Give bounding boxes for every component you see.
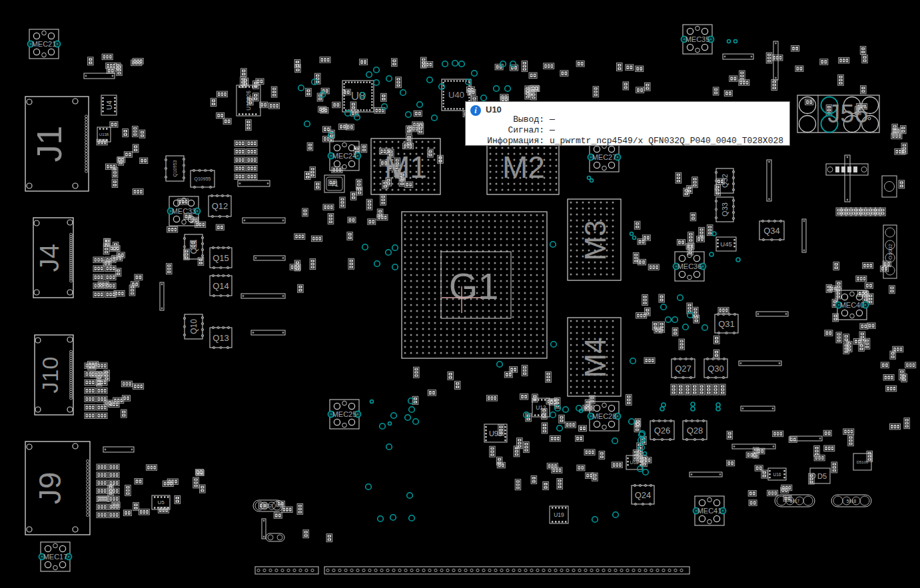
testpoint-highlight [390, 515, 396, 521]
bga-M3[interactable]: M3 [568, 199, 621, 280]
bar-component[interactable] [732, 444, 775, 449]
bar-component[interactable] [103, 447, 134, 452]
bar-component[interactable] [238, 180, 270, 186]
tooltip-row-info: Информация:u_pwrmtr_ncp4549/x QFN032Q_P0… [470, 136, 787, 147]
bar-component[interactable] [241, 294, 285, 298]
svg-text:MEC35: MEC35 [686, 35, 710, 43]
svg-text:MEC21: MEC21 [32, 40, 57, 48]
testpoint-highlight [612, 438, 618, 444]
component-Q30[interactable]: Q30 [704, 358, 727, 378]
component-MEC21[interactable]: MEC21 [27, 29, 60, 59]
svg-text:U4: U4 [105, 101, 113, 110]
component-Q10[interactable]: Q10 [183, 314, 203, 339]
bar-component[interactable] [767, 160, 771, 201]
component-5018[interactable]: 5018 [831, 495, 871, 507]
bar-component[interactable] [84, 73, 115, 79]
bar-component[interactable] [690, 472, 722, 477]
bar-component[interactable] [160, 282, 164, 310]
svg-text:5018: 5018 [847, 499, 857, 503]
bar-component[interactable] [251, 330, 285, 335]
testpoint-highlight [678, 295, 684, 301]
connector-J4[interactable]: J4 [33, 218, 73, 298]
svg-text:O1002: O1002 [887, 243, 893, 260]
component-MEC27[interactable]: MEC27 [588, 143, 620, 172]
component-Q10953[interactable]: Q10953 [165, 156, 185, 181]
component-MEC25[interactable]: MEC25 [328, 400, 360, 429]
bga-M2[interactable]: M2 [487, 139, 559, 194]
component-Q33[interactable]: Q33 [715, 197, 734, 222]
passive-row[interactable] [836, 208, 885, 216]
testpoint-highlight [702, 325, 708, 331]
component-Q27[interactable]: Q27 [672, 358, 695, 378]
testpoint-highlight [666, 317, 672, 323]
board-canvas[interactable]: J1J4J10J9MEC21MEC17MEC24MEC25MEC27MEC28M… [0, 0, 920, 588]
component-Q15[interactable]: Q15 [210, 246, 232, 268]
component-O1002[interactable]: O1002 [883, 225, 897, 278]
passive-row[interactable] [671, 384, 725, 395]
connector-J1[interactable]: J1 [25, 97, 89, 191]
svg-text:Q28: Q28 [687, 426, 703, 436]
edge-connector-strip[interactable] [255, 567, 318, 574]
connector-J10[interactable]: J10 [35, 335, 73, 415]
svg-text:Q30: Q30 [707, 364, 724, 374]
svg-text:Q10953: Q10953 [173, 160, 178, 176]
bar-component[interactable] [739, 361, 781, 366]
component-BS2[interactable]: BS2 [253, 500, 283, 511]
component-MEC17[interactable]: MEC17 [39, 542, 71, 571]
component-U138[interactable]: U138 [97, 127, 111, 142]
testpoint-highlight [366, 72, 372, 78]
component-U16[interactable]: U16 [768, 468, 786, 480]
bga-M4[interactable]: M4 [568, 318, 621, 396]
testpoint-highlight [642, 439, 645, 442]
testpoint-highlight [378, 516, 384, 522]
bar-component[interactable] [741, 406, 775, 411]
bar-component[interactable] [756, 312, 788, 316]
component-Q26[interactable]: Q26 [650, 420, 674, 440]
bar-component[interactable] [802, 219, 806, 252]
svg-text:M2: M2 [502, 150, 545, 184]
passive-row[interactable] [234, 141, 257, 180]
component-Q24[interactable]: Q24 [632, 484, 654, 505]
svg-text:G1: G1 [449, 265, 499, 307]
edge-connector-strip[interactable] [324, 567, 690, 574]
svg-text:Q34: Q34 [763, 226, 780, 236]
component-Q12[interactable]: Q12 [209, 194, 231, 217]
component-MEC28[interactable]: MEC28 [588, 402, 620, 431]
testpoint-highlight [551, 342, 557, 348]
testpoint-highlight [374, 67, 380, 73]
bar-component[interactable] [262, 519, 266, 539]
component-Q13[interactable]: Q13 [210, 326, 232, 348]
svg-text:U5: U5 [157, 499, 165, 505]
component-MEC36[interactable]: MEC36 [673, 252, 705, 281]
component-Q28[interactable]: Q28 [683, 420, 707, 440]
component-U4[interactable]: U4 [101, 95, 117, 115]
boardview-app: J1J4J10J9MEC21MEC17MEC24MEC25MEC27MEC28M… [0, 0, 920, 588]
svg-text:Q24: Q24 [635, 490, 652, 500]
bar-component[interactable] [254, 256, 285, 260]
connector-J9[interactable]: J9 [25, 441, 90, 535]
component-Q14[interactable]: Q14 [210, 274, 232, 296]
stadium-part[interactable] [266, 533, 284, 541]
component-U45[interactable]: U45 [716, 237, 736, 251]
component-U10826[interactable]: U10826 [236, 85, 260, 116]
header-component[interactable] [826, 164, 868, 175]
bar-component[interactable] [723, 54, 753, 59]
component-Q31[interactable]: Q31 [715, 313, 738, 334]
component-MEC41[interactable]: MEC41 [693, 496, 725, 525]
component-5017[interactable]: 5017 [775, 495, 815, 507]
bar-component[interactable] [845, 155, 850, 202]
svg-text:Y1: Y1 [330, 180, 339, 188]
bar-component[interactable] [242, 218, 285, 223]
component-Y1[interactable]: Y1 [324, 175, 344, 192]
component-MEC24[interactable]: MEC24 [328, 141, 360, 170]
bga-G1[interactable]: G1 [402, 212, 547, 358]
component-MEC35[interactable]: MEC35 [681, 25, 713, 54]
testpoint-highlight [563, 407, 569, 413]
component-Q34[interactable]: Q34 [759, 220, 784, 240]
component-U8[interactable]: U8 [342, 81, 374, 112]
component-U19[interactable]: U19 [550, 506, 568, 523]
component-Q10955[interactable]: Q10955 [191, 169, 215, 188]
component-circle-pad[interactable] [882, 176, 897, 197]
svg-text:U40: U40 [448, 90, 464, 100]
svg-text:U45: U45 [720, 240, 731, 248]
